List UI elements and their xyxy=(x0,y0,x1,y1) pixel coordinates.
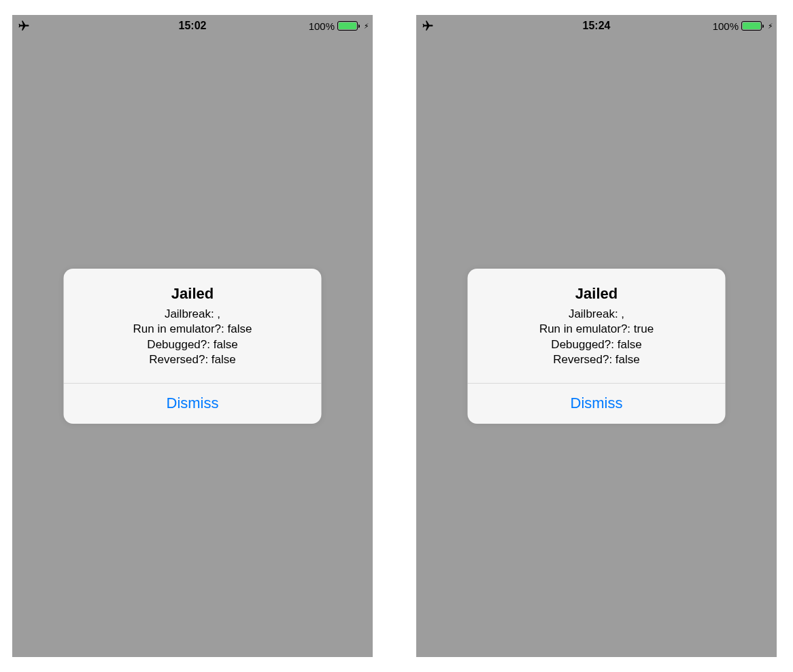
alert-line-debugged: Debugged?: false xyxy=(482,337,712,352)
alert-dialog: Jailed Jailbreak: , Run in emulator?: tr… xyxy=(468,269,726,424)
dismiss-button[interactable]: Dismiss xyxy=(468,384,726,424)
charging-icon: ⚡︎ xyxy=(768,22,773,31)
phone-screen-left: 15:02 100% ⚡︎ Jailed Jailbreak: , Run in… xyxy=(12,15,373,657)
status-time: 15:24 xyxy=(583,20,611,32)
airplane-mode-icon xyxy=(422,20,434,32)
alert-title: Jailed xyxy=(482,285,712,303)
alert-line-debugged: Debugged?: false xyxy=(78,337,308,352)
battery-percent: 100% xyxy=(713,20,739,32)
phone-screen-right: 15:24 100% ⚡︎ Jailed Jailbreak: , Run in… xyxy=(416,15,777,657)
alert-line-reversed: Reversed?: false xyxy=(482,352,712,367)
alert-body: Jailbreak: , Run in emulator?: true Debu… xyxy=(482,307,712,368)
alert-line-jailbreak: Jailbreak: , xyxy=(482,307,712,322)
battery-icon xyxy=(741,21,764,31)
alert-content: Jailed Jailbreak: , Run in emulator?: tr… xyxy=(468,269,726,383)
charging-icon: ⚡︎ xyxy=(364,22,369,31)
status-left xyxy=(422,20,434,32)
alert-title: Jailed xyxy=(78,285,308,303)
battery-percent: 100% xyxy=(309,20,335,32)
alert-line-reversed: Reversed?: false xyxy=(78,352,308,367)
status-left xyxy=(18,20,30,32)
alert-line-emulator: Run in emulator?: true xyxy=(482,322,712,337)
status-right: 100% ⚡︎ xyxy=(713,20,773,32)
battery-icon xyxy=(337,21,360,31)
alert-body: Jailbreak: , Run in emulator?: false Deb… xyxy=(78,307,308,368)
status-bar: 15:02 100% ⚡︎ xyxy=(12,15,373,37)
status-time: 15:02 xyxy=(179,20,207,32)
alert-line-jailbreak: Jailbreak: , xyxy=(78,307,308,322)
alert-content: Jailed Jailbreak: , Run in emulator?: fa… xyxy=(64,269,322,383)
dismiss-button[interactable]: Dismiss xyxy=(64,384,322,424)
alert-line-emulator: Run in emulator?: false xyxy=(78,322,308,337)
airplane-mode-icon xyxy=(18,20,30,32)
alert-dialog: Jailed Jailbreak: , Run in emulator?: fa… xyxy=(64,269,322,424)
status-right: 100% ⚡︎ xyxy=(309,20,369,32)
status-bar: 15:24 100% ⚡︎ xyxy=(416,15,777,37)
